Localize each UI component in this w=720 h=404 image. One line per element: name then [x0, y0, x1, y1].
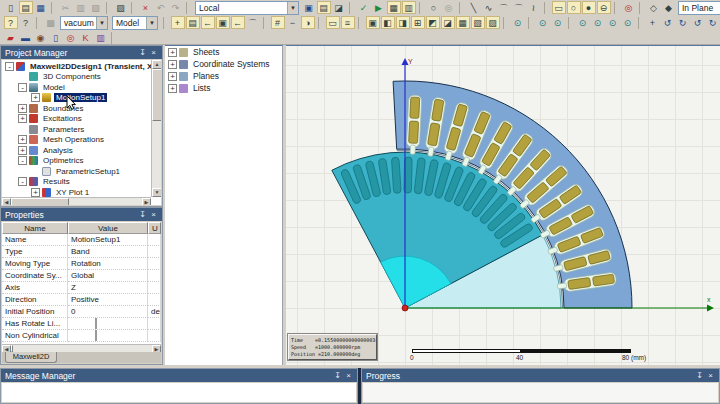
hide-selection-icon[interactable]: ⊙ [536, 16, 550, 29]
save-icon[interactable]: ▦ [34, 1, 48, 14]
property-value[interactable] [68, 318, 148, 330]
draw-rectangle-icon[interactable]: ▭ [552, 1, 566, 14]
property-value[interactable]: Rotation [68, 258, 148, 270]
property-value[interactable]: 0 [68, 306, 148, 318]
rotate-center-icon[interactable]: ↺ [661, 16, 675, 29]
print-icon[interactable]: ▨ [114, 1, 128, 14]
chevron-down-icon[interactable]: ▼ [96, 17, 107, 29]
expand-toggle[interactable]: + [168, 48, 177, 57]
flag-icon[interactable]: ▬ [19, 31, 33, 44]
scroll-thumb[interactable] [152, 69, 161, 121]
move-icon[interactable]: + [171, 16, 185, 29]
material-combo[interactable]: vacuum▼ [60, 16, 108, 30]
subtract-icon[interactable]: ◧ [381, 16, 395, 29]
tab-maxwell2d[interactable]: Maxwell2D [5, 352, 57, 363]
property-value[interactable]: Global [68, 270, 148, 282]
expand-toggle[interactable]: + [18, 146, 27, 155]
stator-coil[interactable] [410, 97, 420, 118]
copy-icon[interactable]: ▥ [74, 1, 88, 14]
new-icon[interactable]: ▯ [4, 1, 18, 14]
subcircuit-icon[interactable]: ▩ [44, 16, 58, 29]
team-icon[interactable]: ◎ [64, 31, 78, 44]
project-list-icon[interactable]: ▤ [317, 1, 331, 14]
visibility-sheets-icon[interactable]: ⊙ [606, 16, 620, 29]
unite-icon[interactable]: ▣ [366, 16, 380, 29]
tree-item-results[interactable]: -Results [2, 177, 151, 188]
fit-view-icon[interactable]: ◎ [442, 1, 456, 14]
split-icon[interactable]: ⊞ [411, 16, 425, 29]
grid-icon[interactable]: # [271, 16, 285, 29]
shade-icon[interactable]: ◑ [301, 16, 315, 29]
zoom-icon[interactable]: ○ [427, 1, 441, 14]
document-icon[interactable]: ▯ [49, 31, 63, 44]
expand-toggle[interactable]: + [31, 188, 40, 197]
tree-item-maxwell2ddesign1-transient-xy[interactable]: -Maxwell2DDesign1 (Transient, XY)* [2, 61, 151, 72]
list-view-icon[interactable]: ≡ [341, 16, 355, 29]
validate-icon[interactable]: ✓ [357, 1, 371, 14]
sweep-arc-icon[interactable]: ◆ [662, 1, 676, 14]
property-value[interactable]: Z [68, 282, 148, 294]
checkbox[interactable] [95, 330, 97, 341]
help-icon[interactable]: ? [4, 16, 18, 29]
tree-item-parametricsetup1[interactable]: ParametricSetup1 [2, 166, 151, 177]
property-value[interactable] [68, 330, 148, 342]
expand-toggle[interactable]: + [168, 60, 177, 69]
chevron-down-icon[interactable]: ▼ [287, 2, 298, 14]
tree-item-parameters[interactable]: Parameters [2, 124, 151, 135]
intersect-icon[interactable]: ◨ [396, 16, 410, 29]
solution-type-icon[interactable]: ▰ [4, 31, 18, 44]
stator-slot-opening[interactable] [410, 145, 415, 154]
arc-mode-icon[interactable]: ⌒ [246, 16, 260, 29]
tree-item-analysis[interactable]: +Analysis [2, 145, 151, 156]
expand-toggle[interactable]: + [18, 104, 27, 113]
stator-slot-opening[interactable] [428, 147, 434, 157]
property-value[interactable]: MotionSetup1 [68, 234, 148, 246]
checkbox[interactable] [95, 318, 97, 329]
global-cs-icon[interactable]: ← [231, 16, 245, 29]
pin-icon[interactable]: ↧ [333, 371, 342, 380]
sweep-line-icon[interactable]: ◇ [647, 1, 661, 14]
draw-arc-icon[interactable]: ⌒ [497, 1, 511, 14]
close-icon[interactable]: × [706, 371, 715, 380]
properties-hscrollbar[interactable]: ◀ ▶ [2, 344, 161, 352]
project-tree-vscrollbar[interactable]: ▲ ▼ [151, 60, 161, 197]
thicken-icon[interactable]: ▧ [471, 16, 485, 29]
expand-toggle[interactable]: + [168, 72, 177, 81]
redo-icon[interactable]: ↷ [169, 1, 183, 14]
tree-item-optimetrics[interactable]: -Optimetrics [2, 156, 151, 167]
tree-item-xy-plot-1[interactable]: +XY Plot 1 [2, 187, 151, 197]
rotate-y-icon[interactable]: ↻ [706, 16, 720, 29]
dashline-icon[interactable]: − [286, 16, 300, 29]
pan-icon[interactable]: + [646, 16, 660, 29]
rotate-current-icon[interactable]: ↻ [676, 16, 690, 29]
rotate-x-icon[interactable]: ↺ [691, 16, 705, 29]
close-icon[interactable]: × [149, 210, 158, 219]
draw-ellipse-icon[interactable]: ⊖ [597, 1, 611, 14]
whats-this-icon[interactable]: ? [19, 16, 33, 29]
open-icon[interactable]: ▤ [19, 1, 33, 14]
show-selection-icon[interactable]: ⊙ [551, 16, 565, 29]
scroll-thumb[interactable] [11, 198, 69, 205]
local-combo[interactable]: Local▼ [195, 1, 299, 15]
pin-icon[interactable]: ↧ [695, 371, 704, 380]
tree-item-3d-components[interactable]: 3D Components [2, 72, 151, 83]
draw-circle-icon[interactable]: ○ [567, 1, 581, 14]
close-icon[interactable]: × [149, 48, 158, 57]
modeler-tree-item-sheets[interactable]: +Sheets [165, 46, 282, 58]
draw-line-icon[interactable]: ╲ [467, 1, 481, 14]
back-icon[interactable]: ← [201, 16, 215, 29]
scroll-right-icon[interactable]: ▶ [142, 198, 151, 205]
delete-icon[interactable]: × [139, 1, 153, 14]
modeler-tree-item-coordinate-systems[interactable]: +Coordinate Systems [165, 58, 282, 70]
tree-item-excitations[interactable]: +Excitations [2, 114, 151, 125]
draw-arc-3pt-icon[interactable]: ⌒ [512, 1, 526, 14]
copy-view-icon[interactable]: ▭ [326, 16, 340, 29]
sweep-icon[interactable]: ▦ [456, 16, 470, 29]
wcs-icon[interactable]: ▤ [186, 16, 200, 29]
chevron-down-icon[interactable]: ▼ [146, 17, 157, 29]
expand-toggle[interactable]: - [18, 177, 27, 186]
pin-icon[interactable]: ↧ [138, 48, 147, 57]
scroll-left-icon[interactable]: ◀ [2, 198, 11, 205]
expand-toggle[interactable]: + [18, 135, 27, 144]
scroll-down-icon[interactable]: ▼ [152, 188, 161, 197]
